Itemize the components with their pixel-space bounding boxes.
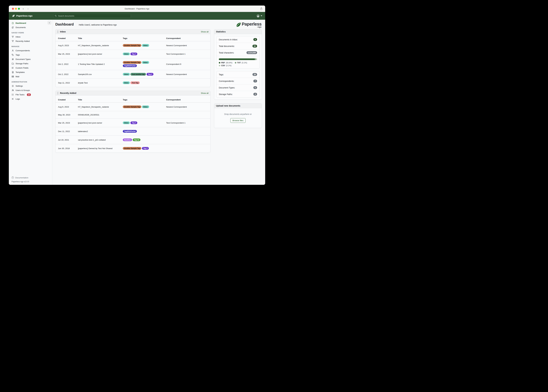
upload-header: Upload new documents (214, 104, 262, 108)
document-row[interactable]: Jun 30, 2018[paperless] Owned by Test No… (56, 144, 210, 153)
tag-badge[interactable]: Tag 2 (130, 53, 137, 55)
tag-badge[interactable]: Inbox (142, 61, 149, 64)
document-row[interactable]: Dec 11, 2022tablerates2TagWithPartial (56, 127, 210, 136)
leaf-icon (12, 14, 15, 17)
tag-badge[interactable]: Inbox (123, 121, 130, 124)
document-row[interactable]: May 30, 20230004814539_20230531 (56, 111, 210, 119)
document-row[interactable]: Jul 19, 2021sat-practice-test-1_pt2-coll… (56, 136, 210, 144)
tag-badge[interactable]: Tag 2 (147, 73, 153, 76)
document-row[interactable]: Mar 25, 2023[paperless] test post-ownerI… (56, 119, 210, 127)
sidebar-item-recently-added[interactable]: Recently Added (9, 39, 52, 43)
tag-badge[interactable]: Inbox (142, 105, 149, 108)
tag-badge[interactable]: Tag 2 (130, 121, 137, 124)
drag-handle-icon[interactable] (57, 92, 59, 94)
doc-created: Mar 25, 2023 (56, 50, 77, 58)
app-window: ‹ › Dashboard - Paperless-ngx Paperless-… (9, 6, 265, 185)
inbox-show-all-link[interactable]: Show all (201, 31, 209, 33)
document-row[interactable]: Mar 25, 2023[paperless] test post-ownerI… (56, 50, 210, 58)
brand[interactable]: Paperless-ngx (12, 14, 49, 17)
tag-badge[interactable]: TagWithPartial (123, 130, 137, 133)
doc-created: Aug 9, 2023 (56, 41, 77, 50)
stat-row-total-documents: Total documents:64 (216, 43, 260, 49)
sidebar-item-storage-paths[interactable]: Storage Paths (9, 61, 52, 66)
doc-created: Aug 9, 2023 (56, 103, 77, 111)
tag-badge[interactable]: Tag 12 (133, 139, 140, 141)
doc-created: Oct 2, 2022 (56, 58, 77, 70)
doc-title: 0004814539_20230531 (77, 111, 122, 119)
upload-hint: Drop documents anywhere or (216, 113, 259, 115)
sidebar-item-documents[interactable]: Documents (9, 25, 52, 30)
documents-icon (12, 26, 14, 29)
column-header-tags: Tags (122, 34, 165, 41)
sidebar-item-settings[interactable]: Settings (9, 84, 52, 88)
document-row[interactable]: Sep 11, 2022drylab TestInboxTest Tag (56, 79, 210, 87)
doc-tags (122, 111, 165, 119)
doc-tags: Another Sample TagInbox (122, 103, 165, 111)
file-type-chart: PDF(93.8%)TXT(3.1%)CSV(3.1%) (216, 56, 260, 69)
tag-badge[interactable]: Inbox (123, 53, 130, 55)
sidebar-item-file-tasks[interactable]: File Tasks16 (9, 92, 52, 97)
doc-title: Sample100.csv (77, 70, 122, 79)
sidebar-item-custom-fields[interactable]: Custom Fields (9, 66, 52, 70)
upload-dropzone[interactable]: Drop documents anywhere or Browse files (214, 108, 262, 128)
document-row[interactable]: Aug 9, 2023H7_Napoleon_Bonaparte_zadanie… (56, 41, 210, 50)
sidebar-item-logs[interactable]: Logs (9, 97, 52, 101)
user-menu[interactable] (257, 14, 262, 17)
tag-badge[interactable]: Another Sample Tag (123, 44, 141, 47)
recently-added-show-all-link[interactable]: Show all (201, 92, 209, 94)
tag-badge[interactable]: Just another tag (130, 73, 146, 76)
tag-badge[interactable]: Inbox (123, 81, 130, 84)
doc-created: Jul 19, 2021 (56, 136, 77, 144)
sidebar-item-document-types[interactable]: Document Types (9, 57, 52, 61)
sidebar-item-templates[interactable]: Templates (9, 70, 52, 74)
tag-badge[interactable]: Another Sample Tag (123, 105, 141, 108)
drag-handle-icon[interactable] (57, 31, 59, 33)
browse-files-button[interactable]: Browse files (230, 118, 246, 123)
sidebar-item-dashboard[interactable]: Dashboard (9, 21, 52, 25)
leaf-icon (235, 22, 241, 28)
tag-badge[interactable]: NewOne (123, 139, 132, 141)
sidebar-section-label: MANAGE (12, 46, 50, 47)
tag-badge[interactable]: Inbox (123, 73, 130, 76)
doc-title: 1 Testing New Title Updated 2 (77, 58, 122, 70)
sidebar-collapse-button[interactable]: « (48, 21, 51, 25)
sidebar-item-inbox[interactable]: Inbox (9, 35, 52, 39)
legend-name: TXT (237, 62, 241, 64)
sidebar-item-correspondents[interactable]: Correspondents (9, 49, 52, 53)
sidebar-section-label: SAVED VIEWS (12, 32, 50, 34)
stat-label: Document Types: (219, 86, 235, 89)
paperless-logo: Paperless -ngx (235, 22, 262, 28)
doc-correspondent: Test Correspondent 1 (165, 119, 210, 127)
sidebar-item-label: Document Types (15, 58, 31, 60)
documentation-label: Documentation (15, 177, 28, 179)
tag-badge[interactable]: Test Tag (130, 81, 140, 84)
page-title: Dashboard (55, 22, 74, 27)
document-row[interactable]: Oct 2, 2022Sample100.csvInboxJust anothe… (56, 70, 210, 79)
search-input[interactable] (53, 14, 131, 18)
stat-label: Tags: (219, 73, 224, 76)
sidebar-item-users-groups[interactable]: Users & Groups (9, 88, 52, 92)
sidebar-item-documentation[interactable]: ? Documentation (9, 175, 52, 180)
window-title: Dashboard - Paperless-ngx (9, 6, 265, 12)
doc-title: H7_Napoleon_Bonaparte_zadanie (77, 41, 122, 50)
stat-value-badge: 64 (252, 45, 257, 48)
tag-icon (12, 54, 14, 56)
share-icon[interactable] (260, 7, 262, 11)
document-row[interactable]: Oct 2, 20221 Testing New Title Updated 2… (56, 58, 210, 70)
tag-badge[interactable]: TagWithPartial (123, 64, 137, 67)
tag-badge[interactable]: Inbox (142, 44, 149, 47)
doc-tags: NewOneTag 12 (122, 136, 165, 144)
search-wrap (53, 14, 131, 18)
document-row[interactable]: Aug 9, 2023H7_Napoleon_Bonaparte_zadanie… (56, 103, 210, 111)
tag-badge[interactable]: Tag 2 (142, 147, 149, 150)
doc-tags: InboxTag 2 (122, 119, 165, 127)
sidebar-item-mail[interactable]: Mail (9, 74, 52, 79)
sidebar-item-tags[interactable]: Tags (9, 53, 52, 57)
column-header-created: Created (56, 95, 77, 103)
doc-created: Jun 30, 2018 (56, 144, 77, 153)
search-icon (55, 15, 57, 17)
tag-badge[interactable]: Another Sample Tag (123, 147, 141, 150)
tag-badge[interactable]: Another Sample Tag (123, 61, 141, 64)
inbox-title: Inbox (60, 30, 66, 33)
sidebar-item-label: Storage Paths (15, 63, 29, 65)
